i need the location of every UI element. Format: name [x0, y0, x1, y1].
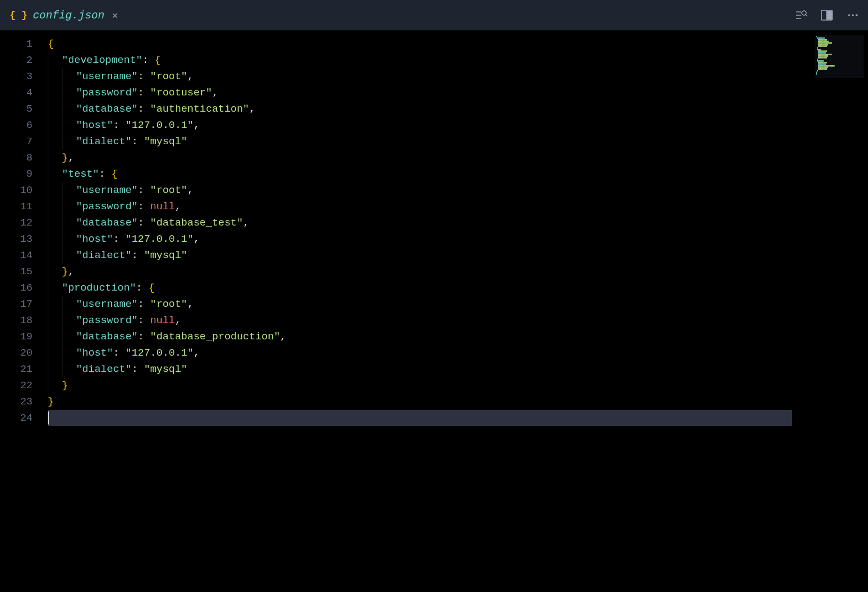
close-icon[interactable]: ✕ [110, 9, 120, 21]
line-number: 21 [0, 361, 33, 377]
line-number: 7 [0, 133, 33, 150]
code-line[interactable]: }, [48, 263, 868, 280]
tabs: { } config.json ✕ [0, 0, 130, 30]
code-line[interactable]: "username": "root", [48, 296, 868, 312]
line-number: 1 [0, 36, 33, 52]
svg-point-6 [856, 14, 858, 16]
code-line[interactable]: "username": "root", [48, 68, 868, 85]
code-line[interactable]: "dialect": "mysql" [48, 361, 868, 377]
code-line[interactable] [48, 410, 868, 426]
code-line[interactable]: "test": { [48, 166, 868, 182]
line-number: 14 [0, 247, 33, 263]
svg-point-5 [852, 14, 854, 16]
code-line[interactable]: "host": "127.0.0.1", [48, 117, 868, 133]
tab-config-json[interactable]: { } config.json ✕ [0, 0, 130, 30]
line-number: 16 [0, 280, 33, 296]
line-number: 13 [0, 231, 33, 247]
code-line[interactable]: "host": "127.0.0.1", [48, 345, 868, 361]
line-number: 4 [0, 85, 33, 101]
code-line[interactable]: } [48, 394, 868, 410]
code-line[interactable]: "password": "rootuser", [48, 85, 868, 101]
line-number: 15 [0, 263, 33, 280]
line-number: 19 [0, 329, 33, 345]
code-line[interactable]: { [48, 36, 868, 52]
json-braces-icon: { } [10, 10, 27, 21]
code-content[interactable]: {"development": {"username": "root","pas… [48, 30, 868, 592]
line-number: 2 [0, 52, 33, 68]
open-changes-icon[interactable] [793, 8, 808, 23]
toolbar-right [793, 0, 868, 30]
code-line[interactable]: "password": null, [48, 198, 868, 215]
line-number: 12 [0, 215, 33, 231]
line-number: 10 [0, 182, 33, 198]
editor-area[interactable]: 123456789101112131415161718192021222324 … [0, 30, 868, 592]
minimap[interactable]: ████████████████████████████████████████… [815, 35, 864, 78]
line-number: 3 [0, 68, 33, 85]
split-editor-icon[interactable] [819, 8, 834, 23]
line-number: 6 [0, 117, 33, 133]
line-number: 18 [0, 312, 33, 329]
code-line[interactable]: "username": "root", [48, 182, 868, 198]
code-line[interactable]: "host": "127.0.0.1", [48, 231, 868, 247]
line-number: 5 [0, 101, 33, 117]
code-line[interactable]: "database": "authentication", [48, 101, 868, 117]
line-number: 22 [0, 377, 33, 394]
line-number: 11 [0, 198, 33, 215]
code-line[interactable]: "password": null, [48, 312, 868, 329]
line-number: 17 [0, 296, 33, 312]
line-number-gutter: 123456789101112131415161718192021222324 [0, 30, 48, 592]
code-line[interactable]: "production": { [48, 280, 868, 296]
line-number: 8 [0, 150, 33, 166]
code-line[interactable]: "development": { [48, 52, 868, 68]
code-line[interactable]: } [48, 377, 868, 394]
code-line[interactable]: "database": "database_production", [48, 329, 868, 345]
line-number: 9 [0, 166, 33, 182]
svg-point-4 [848, 14, 850, 16]
code-line[interactable]: "database": "database_test", [48, 215, 868, 231]
tab-filename: config.json [33, 9, 104, 22]
code-line[interactable]: "dialect": "mysql" [48, 247, 868, 263]
code-line[interactable]: }, [48, 150, 868, 166]
more-actions-icon[interactable] [845, 8, 860, 23]
line-number: 20 [0, 345, 33, 361]
code-line[interactable]: "dialect": "mysql" [48, 133, 868, 150]
svg-rect-3 [827, 11, 832, 20]
line-number: 23 [0, 394, 33, 410]
tab-bar: { } config.json ✕ [0, 0, 868, 30]
line-number: 24 [0, 410, 33, 426]
